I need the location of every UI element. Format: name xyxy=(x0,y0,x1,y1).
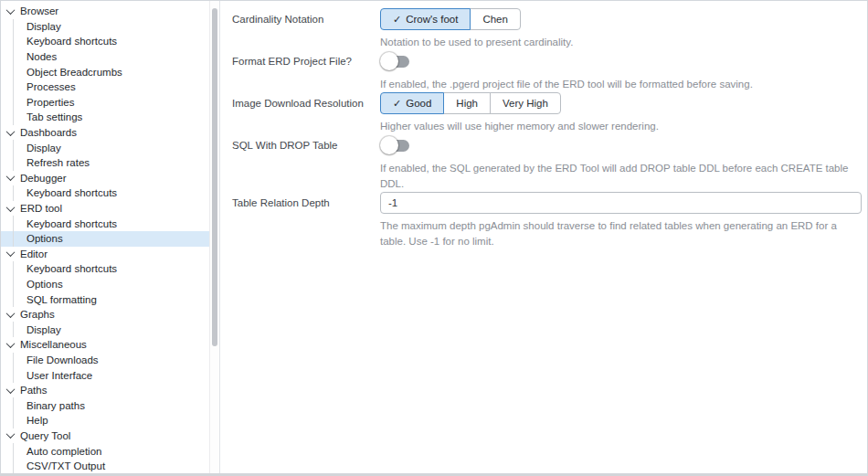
tree-item-label: ERD tool xyxy=(20,203,62,214)
tree-item-erd-tool[interactable]: ERD tool xyxy=(1,201,209,217)
tree-item-label: Object Breadcrumbs xyxy=(26,67,122,78)
field-format-erd-project-file: Format ERD Project File?If enabled, the … xyxy=(232,50,858,92)
scrollbar-thumb[interactable] xyxy=(212,8,217,346)
tree-item-keyboard-shortcuts[interactable]: Keyboard shortcuts xyxy=(1,34,209,49)
tree-item-debugger[interactable]: Debugger xyxy=(1,171,209,186)
chevron-down-icon[interactable] xyxy=(1,342,20,348)
tree-item-label: Binary paths xyxy=(26,400,85,411)
option-button-label: Chen xyxy=(482,14,508,25)
tree-item-label: Keyboard shortcuts xyxy=(26,263,117,274)
tree-item-refresh-rates[interactable]: Refresh rates xyxy=(1,155,209,171)
chevron-down-icon[interactable] xyxy=(1,206,20,212)
tree-item-options[interactable]: Options xyxy=(1,277,209,292)
tree-item-label: Display xyxy=(26,21,61,32)
tree-item-label: Keyboard shortcuts xyxy=(26,36,117,47)
chevron-down-icon[interactable] xyxy=(1,130,20,136)
tree-item-label: SQL formatting xyxy=(26,294,97,305)
tree-item-binary-paths[interactable]: Binary paths xyxy=(1,397,209,413)
tree-item-file-downloads[interactable]: File Downloads xyxy=(1,353,209,368)
tree-item-tab-settings[interactable]: Tab settings xyxy=(1,110,209,125)
tree-item-nodes[interactable]: Nodes xyxy=(1,49,209,65)
tree-item-properties[interactable]: Properties xyxy=(1,95,209,111)
tree-item-label: Miscellaneous xyxy=(20,339,87,350)
tree-item-miscellaneous[interactable]: Miscellaneous xyxy=(1,337,209,353)
option-button-label: Good xyxy=(406,98,431,109)
button-group-cardinality-notation: ✓Crow's footChen xyxy=(380,8,521,30)
button-group-image-download-resolution: ✓GoodHighVery High xyxy=(380,92,561,114)
field-cardinality-notation: Cardinality Notation✓Crow's footChenNota… xyxy=(232,8,858,50)
tree-item-graphs[interactable]: Graphs xyxy=(1,307,209,323)
tree-item-label: Processes xyxy=(26,81,76,92)
tree-item-processes[interactable]: Processes xyxy=(1,79,209,95)
tree-item-keyboard-shortcuts[interactable]: Keyboard shortcuts xyxy=(1,261,209,277)
tree-item-label: Paths xyxy=(20,385,47,396)
sidebar-scrollbar[interactable] xyxy=(209,1,220,473)
tree-item-editor[interactable]: Editor xyxy=(1,247,209,262)
option-button-label: Very High xyxy=(503,98,548,109)
field-help-text: If enabled, the .pgerd project file of t… xyxy=(380,77,858,92)
chevron-down-icon[interactable] xyxy=(1,387,20,394)
tree-item-label: Display xyxy=(26,143,61,153)
tree-item-display[interactable]: Display xyxy=(1,19,209,35)
tree-item-object-breadcrumbs[interactable]: Object Breadcrumbs xyxy=(1,64,209,79)
tree-item-label: File Downloads xyxy=(26,354,99,365)
tree-item-csv-txt-output[interactable]: CSV/TXT Output xyxy=(1,459,209,473)
preferences-tree: BrowserDisplayKeyboard shortcutsNodesObj… xyxy=(1,1,209,473)
chevron-down-icon[interactable] xyxy=(1,8,20,15)
field-label: Image Download Resolution xyxy=(232,98,380,109)
tree-item-options[interactable]: Options xyxy=(1,231,209,247)
check-icon: ✓ xyxy=(393,14,401,26)
toggle-switch-format-erd-project-file[interactable] xyxy=(380,52,410,70)
toggle-switch-sql-with-drop-table[interactable] xyxy=(380,136,410,154)
preferences-dialog: BrowserDisplayKeyboard shortcutsNodesObj… xyxy=(0,0,868,476)
tree-item-label: Tab settings xyxy=(26,111,82,122)
tree-item-label: Display xyxy=(26,324,61,335)
chevron-down-icon[interactable] xyxy=(1,175,20,181)
tree-item-paths[interactable]: Paths xyxy=(1,383,209,398)
tree-item-label: Auto completion xyxy=(26,446,101,457)
tree-item-label: Editor xyxy=(20,249,48,259)
option-button-chen[interactable]: Chen xyxy=(470,8,521,30)
input-table-relation-depth[interactable] xyxy=(380,192,862,214)
tree-item-label: Debugger xyxy=(20,173,67,184)
chevron-down-icon[interactable] xyxy=(1,312,20,318)
field-sql-with-drop-table: SQL With DROP TableIf enabled, the SQL g… xyxy=(232,134,858,192)
field-help-text: The maximum depth pgAdmin should travers… xyxy=(380,218,858,249)
option-button-good[interactable]: ✓Good xyxy=(380,92,444,114)
tree-item-user-interface[interactable]: User Interface xyxy=(1,367,209,383)
tree-item-display[interactable]: Display xyxy=(1,322,209,337)
field-label: Format ERD Project File? xyxy=(232,56,380,67)
toggle-knob xyxy=(380,52,398,70)
tree-item-sql-formatting[interactable]: SQL formatting xyxy=(1,291,209,307)
option-button-very-high[interactable]: Very High xyxy=(490,92,561,114)
tree-item-browser[interactable]: Browser xyxy=(1,4,209,19)
tree-item-label: Options xyxy=(26,279,63,290)
check-icon: ✓ xyxy=(393,98,401,110)
option-button-label: Crow's foot xyxy=(406,14,458,25)
tree-item-help[interactable]: Help xyxy=(1,413,209,428)
tree-item-dashboards[interactable]: Dashboards xyxy=(1,125,209,141)
option-button-high[interactable]: High xyxy=(443,92,491,114)
field-table-relation-depth: Table Relation DepthThe maximum depth pg… xyxy=(232,192,858,249)
tree-item-query-tool[interactable]: Query Tool xyxy=(1,428,209,444)
field-help-text: Higher values will use higher memory and… xyxy=(380,119,858,134)
tree-item-label: CSV/TXT Output xyxy=(26,460,105,471)
tree-item-label: Graphs xyxy=(20,309,55,320)
tree-item-label: Refresh rates xyxy=(26,157,90,168)
tree-item-display[interactable]: Display xyxy=(1,140,209,155)
chevron-down-icon[interactable] xyxy=(1,432,20,439)
tree-item-auto-completion[interactable]: Auto completion xyxy=(1,443,209,459)
field-label: Cardinality Notation xyxy=(232,14,380,25)
tree-item-label: Browser xyxy=(20,5,58,16)
tree-item-label: Dashboards xyxy=(20,127,77,138)
tree-item-label: Keyboard shortcuts xyxy=(26,218,117,229)
option-button-crow-s-foot[interactable]: ✓Crow's foot xyxy=(380,8,471,30)
toggle-knob xyxy=(380,136,398,154)
tree-item-keyboard-shortcuts[interactable]: Keyboard shortcuts xyxy=(1,185,209,201)
field-help-text: If enabled, the SQL generated by the ERD… xyxy=(380,161,858,192)
chevron-down-icon[interactable] xyxy=(1,250,20,257)
tree-item-keyboard-shortcuts[interactable]: Keyboard shortcuts xyxy=(1,216,209,231)
tree-item-label: Keyboard shortcuts xyxy=(26,187,117,198)
field-help-text: Notation to be used to present cardinali… xyxy=(380,35,858,50)
field-image-download-resolution: Image Download Resolution✓GoodHighVery H… xyxy=(232,92,858,134)
